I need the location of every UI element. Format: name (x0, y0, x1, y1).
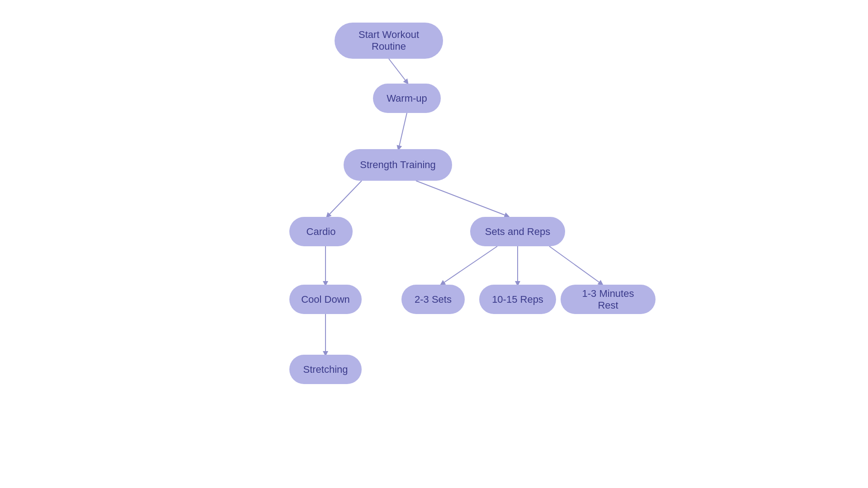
node-start-workout[interactable]: Start Workout Routine (335, 23, 443, 59)
node-cardio[interactable]: Cardio (289, 217, 353, 246)
node-warmup[interactable]: Warm-up (373, 84, 441, 113)
node-10-15-reps[interactable]: 10-15 Reps (479, 285, 556, 314)
node-strength-training[interactable]: Strength Training (344, 149, 452, 181)
svg-line-2 (328, 181, 362, 216)
node-sets-and-reps[interactable]: Sets and Reps (470, 217, 565, 246)
diagram-container: Start Workout Routine Warm-up Strength T… (163, 14, 705, 474)
svg-line-0 (389, 59, 407, 82)
svg-line-3 (416, 181, 507, 216)
node-2-3-sets[interactable]: 2-3 Sets (401, 285, 465, 314)
node-1-3-minutes-rest[interactable]: 1-3 Minutes Rest (561, 285, 656, 314)
svg-line-5 (442, 246, 497, 284)
svg-line-7 (549, 246, 601, 284)
svg-line-1 (399, 113, 407, 148)
connectors-svg (163, 14, 705, 474)
node-cool-down[interactable]: Cool Down (289, 285, 362, 314)
node-stretching[interactable]: Stretching (289, 355, 362, 384)
